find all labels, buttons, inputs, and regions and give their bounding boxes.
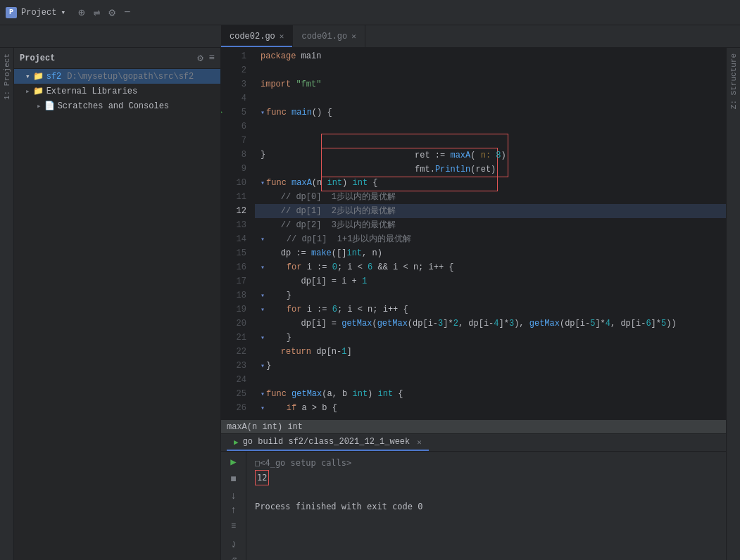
tab-code02-label: code02.go [230,32,275,42]
ln-17: 17 [221,274,246,288]
ln-3: 3 [221,77,246,91]
ln-14: 14 [221,232,246,246]
code-line-16: ▾ for i := 0; i < 6 && i < n; i++ { [255,260,726,274]
tab-code02[interactable]: code02.go ✕ [221,25,293,47]
ln-6: 6 [221,120,246,134]
tree-item-sf2[interactable]: ▾ 📁 sf2 D:\mysetup\gopath\src\sf2 [14,69,220,84]
tree-ext-libs-label: External Libraries [46,87,138,96]
project-panel-header: Project ⚙ ≡ [14,48,220,69]
ln-19: 19 [221,303,246,317]
code-line-5: ▾func main() { [255,106,726,120]
tree-scratches-label: Scratches and Consoles [58,101,169,111]
tab-code02-close[interactable]: ✕ [280,32,284,41]
code-line-19: ▾ for i := 6; i < n; i++ { [255,303,726,317]
code-line-12: // dp[1] 2步以内的最优解 [255,204,726,218]
code-line-6: ret := maxA( n: 8) [255,120,726,134]
ln-15: 15 [221,246,246,260]
tooltip-bar: maxA(n int) int [221,419,726,433]
tabs-bar: code02.go ✕ code01.go ✕ [0,25,740,48]
ln-7: 7 [221,134,246,148]
terminal-line-1: □<4_go setup calls> [255,456,717,470]
terminal-line-4: Process finished with exit code 0 [255,499,717,514]
ln-25: 25 [221,387,246,401]
filter-icon[interactable]: ≡ [225,521,242,531]
layout-icon[interactable]: ⇌ [94,6,101,20]
ln-20: 20 [221,317,246,331]
add-icon[interactable]: ⊕ [78,6,85,20]
stop-icon[interactable]: ■ [225,473,242,485]
tooltip-text: maxA(n int) int [227,422,303,432]
code-line-2 [255,63,726,77]
project-label[interactable]: Project [21,8,56,18]
play-icon[interactable]: ▶ [225,456,242,468]
terminal-area: □<4_go setup calls> 12 Process finished … [246,452,726,560]
terminal-line-3 [255,485,717,499]
ln-16: 16 [221,260,246,274]
ln-9: 9 [221,162,246,176]
code-line-26: ▾ if a > b { [255,401,726,415]
panel-collapse-icon[interactable]: ≡ [209,52,215,64]
code-line-21: ▾ } [255,331,726,345]
bottom-panel: ▶ go build sf2/class_2021_12_1_week ✕ ▶ … [221,433,726,560]
code-line-17: dp[i] = i + 1 [255,274,726,288]
tab-code01-close[interactable]: ✕ [351,32,356,41]
code-line-14: ▾ // dp[i] i+1步以内的最优解 [255,232,726,246]
panel-gear-icon[interactable]: ⚙ [197,52,203,64]
code-line-20: dp[i] = getMax(getMax(dp[i-3]*2, dp[i-4]… [255,317,726,331]
right-structure-panel: Z: Structure [726,48,740,560]
title-bar-icons: ⊕ ⇌ ⚙ − [78,6,131,20]
tree-expand-arrow: ▾ [25,72,30,81]
tree-item-scratches[interactable]: ▸ 📄 Scratches and Consoles [14,98,220,113]
ln-12: 💡 12 [221,204,246,218]
print-icon[interactable]: 🖨 [225,556,242,560]
title-bar: P Project ▾ ⊕ ⇌ ⚙ − [0,0,740,25]
ln-24: 24 [221,373,246,387]
panel-icons: ⚙ ≡ [197,52,215,64]
tree-expand-arrow-scratches: ▸ [37,101,42,110]
project-dropdown-arrow[interactable]: ▾ [61,8,65,17]
tree-expand-arrow-ext: ▸ [25,87,30,96]
tree-item-ext-libs[interactable]: ▸ 📁 External Libraries [14,84,220,98]
ln-8: 8 [221,148,246,162]
ln-10: 10 [221,176,246,190]
run-tab[interactable]: ▶ go build sf2/class_2021_12_1_week ✕ [227,434,429,451]
scroll-up-icon[interactable]: ↑ [225,504,242,516]
run-tab-close[interactable]: ✕ [417,438,422,447]
code-line-22: return dp[n-1] [255,345,726,359]
ln-1: 1 [221,49,246,63]
code-line-23: ▾} [255,359,726,373]
code-line-25: ▾func getMax(a, b int) int { [255,387,726,401]
code-line-13: // dp[2] 3步以内的最优解 [255,218,726,232]
line-numbers: 1 2 3 4 ▶ 5 6 7 8 9 10 11 💡 [221,48,255,419]
sidebar-vertical-label: 1: Project [0,48,14,560]
ln-13: 13 [221,218,246,232]
code-line-3: import "fmt" [255,77,726,91]
terminal-output-num: 12 [255,470,269,485]
ln-23: 23 [221,359,246,373]
ln-21: 21 [221,331,246,345]
ln-2: 2 [221,63,246,77]
bottom-sidebar: ▶ ■ ↓ ↑ ≡ ⤸ 🖨 🗑 [221,452,246,560]
structure-label: Z: Structure [728,48,739,115]
code-content[interactable]: package main import "fmt" ▾func main() {… [255,48,726,419]
run-tab-icon: ▶ [234,438,239,447]
settings-icon[interactable]: ⚙ [108,6,115,20]
project-panel: Project ⚙ ≡ ▾ 📁 sf2 D:\mysetup\gopath\sr… [14,48,221,560]
code-line-18: ▾ } [255,288,726,303]
ln-11: 11 [221,190,246,204]
minimize-icon[interactable]: − [124,6,131,19]
ln-22: 22 [221,345,246,359]
tree-sf2-path: D:\mysetup\gopath\src\sf2 [67,72,194,82]
code-line-11: // dp[0] 1步以内的最优解 [255,190,726,204]
bottom-content: ▶ ■ ↓ ↑ ≡ ⤸ 🖨 🗑 □<4_go setup calls> 12 P… [221,452,726,560]
main-area: 1: Project Project ⚙ ≡ ▾ 📁 sf2 D:\mysetu… [0,48,740,560]
editor-area: 1 2 3 4 ▶ 5 6 7 8 9 10 11 💡 [221,48,726,560]
tree-folder-icon-ext: 📁 [33,86,44,96]
panel-title: Project [20,53,55,63]
tab-code01-label: code01.go [301,32,347,42]
wrap-icon[interactable]: ⤸ [225,540,242,550]
run-tab-label: go build sf2/class_2021_12_1_week [243,437,410,447]
tab-code01[interactable]: code01.go ✕ [293,25,365,47]
sidebar-label-text: 1: Project [3,53,11,100]
scroll-down-icon[interactable]: ↓ [225,490,242,502]
